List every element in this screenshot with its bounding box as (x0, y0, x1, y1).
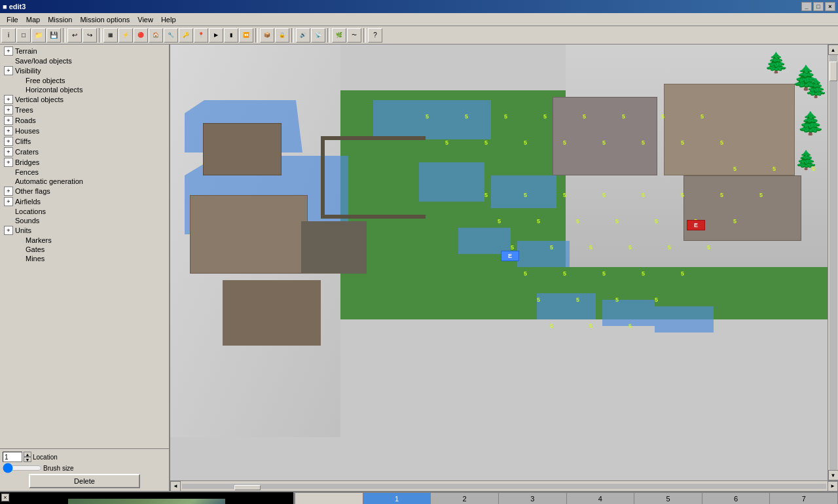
menu-file[interactable]: File (3, 14, 22, 25)
toolbar-btn10[interactable]: ⏪ (239, 28, 253, 43)
tree-expander[interactable]: + (4, 46, 13, 56)
toolbar-info[interactable]: i (1, 28, 16, 43)
toolbar-btn5[interactable]: 🔧 (164, 28, 178, 43)
delete-button[interactable]: Delete (29, 474, 140, 488)
minimap-close-button[interactable]: × (1, 494, 9, 501)
toolbar-save[interactable]: 💾 (46, 28, 61, 43)
scroll-right-button[interactable]: ► (828, 481, 838, 492)
map-num: 5 (720, 139, 723, 146)
tree-item-vertical-objects[interactable]: +Vertical objects (1, 94, 168, 105)
tree-expander[interactable]: + (4, 105, 13, 115)
maximize-button[interactable]: □ (813, 2, 824, 11)
tree-expander[interactable]: + (4, 137, 13, 146)
table-cell[interactable]: 1 (363, 493, 431, 505)
table-cell[interactable]: 2 (431, 493, 499, 505)
tree-item-terrain[interactable]: +Terrain (1, 46, 168, 56)
map-area[interactable]: 5 5 5 5 5 5 5 5 5 5 5 5 5 5 5 5 5 (170, 45, 828, 480)
tree-item-mines[interactable]: Mines (1, 254, 168, 263)
scroll-left-button[interactable]: ◄ (170, 481, 181, 492)
toolbar-undo[interactable]: ↩ (67, 28, 82, 43)
tree-item-trees[interactable]: +Trees (1, 105, 168, 115)
toolbar-btn16[interactable]: 〜 (347, 28, 361, 43)
tree-item-other-flags[interactable]: +Other flags (1, 186, 168, 196)
location-input[interactable] (3, 452, 22, 462)
table-row-label[interactable] (295, 493, 363, 505)
toolbar-btn3[interactable]: 🔴 (134, 28, 148, 43)
tree-expander[interactable]: + (4, 66, 13, 75)
tree-expander[interactable]: + (4, 158, 13, 167)
tree-panel[interactable]: +TerrainSave/load objects+VisibilityFree… (0, 45, 169, 448)
close-button[interactable]: × (825, 2, 835, 11)
tree-item-horizontal-objects[interactable]: Horizontal objects (1, 85, 168, 94)
toolbar-btn13[interactable]: 🔊 (296, 28, 310, 43)
map-scrollbar-horizontal[interactable]: ◄ ► (170, 480, 838, 491)
tree-item-visibility[interactable]: +Visibility (1, 65, 168, 76)
scroll-down-button[interactable]: ▼ (828, 470, 839, 480)
toolbar-btn1[interactable]: ▦ (103, 28, 118, 43)
map-viewport[interactable]: 5 5 5 5 5 5 5 5 5 5 5 5 5 5 5 5 5 (170, 45, 828, 480)
toolbar-redo[interactable]: ↪ (82, 28, 97, 43)
toolbar-btn7[interactable]: 📍 (194, 28, 208, 43)
toolbar-new[interactable]: □ (16, 28, 31, 43)
table-cell[interactable]: 6 (702, 493, 770, 505)
menu-view[interactable]: View (134, 14, 157, 25)
scroll-up-button[interactable]: ▲ (828, 45, 839, 55)
tree-item-auto-gen[interactable]: Automatic generation (1, 177, 168, 186)
table-cell[interactable]: 3 (498, 493, 566, 505)
tree-item-locations[interactable]: Locations (1, 207, 168, 216)
grid-panel[interactable]: 1234567891011121314151617181920212223242… (295, 492, 838, 504)
toolbar-btn12[interactable]: 🔒 (275, 28, 289, 43)
tree-item-units[interactable]: +Units (1, 225, 168, 236)
title-bar-buttons[interactable]: _ □ × (801, 2, 835, 11)
scroll-track-v[interactable] (829, 55, 837, 470)
scroll-track-h[interactable] (182, 484, 826, 489)
tree-item-bridges[interactable]: +Bridges (1, 157, 168, 168)
tree-expander[interactable]: + (4, 147, 13, 156)
toolbar-btn6[interactable]: 🔑 (179, 28, 193, 43)
tree-expander[interactable]: + (4, 116, 13, 125)
toolbar-btn14[interactable]: 📡 (311, 28, 325, 43)
tree-expander[interactable]: + (4, 187, 13, 196)
minimize-button[interactable]: _ (801, 2, 812, 11)
menu-map[interactable]: Map (22, 14, 44, 25)
toolbar-btn8[interactable]: ▶ (209, 28, 223, 43)
tree-item-cliffs[interactable]: +Cliffs (1, 136, 168, 147)
tree-item-save-load[interactable]: Save/load objects (1, 56, 168, 65)
tree-expander[interactable]: + (4, 95, 13, 104)
table-cell[interactable]: 5 (634, 493, 702, 505)
tree-expander[interactable]: + (4, 197, 13, 206)
tree-expander[interactable]: + (4, 126, 13, 135)
tree-item-roads[interactable]: +Roads (1, 115, 168, 126)
tree-item-label: Locations (15, 207, 46, 215)
toolbar-help[interactable]: ? (368, 28, 382, 43)
brush-size-slider[interactable] (3, 464, 42, 472)
tree-item-houses[interactable]: +Houses (1, 126, 168, 136)
scroll-thumb-v[interactable] (829, 62, 837, 81)
toolbar-btn11[interactable]: 📦 (260, 28, 274, 43)
tree-item-airfields[interactable]: +Airfields (1, 196, 168, 207)
location-spin-down[interactable]: ▼ (24, 457, 31, 462)
location-spin-up[interactable]: ▲ (24, 452, 31, 457)
tree-expander[interactable]: + (4, 226, 13, 235)
toolbar-btn15[interactable]: 🌿 (332, 28, 346, 43)
left-panel: +TerrainSave/load objects+VisibilityFree… (0, 45, 170, 491)
map-scrollbar-vertical[interactable]: ▲ ▼ (828, 45, 838, 480)
menu-mission[interactable]: Mission (44, 14, 76, 25)
toolbar-btn4[interactable]: 🏠 (149, 28, 163, 43)
menu-help[interactable]: Help (157, 14, 180, 25)
tree-5: 🌲 (795, 149, 818, 171)
table-cell[interactable]: 7 (770, 493, 838, 505)
tree-item-craters[interactable]: +Craters (1, 147, 168, 157)
table-cell[interactable]: 4 (566, 493, 634, 505)
scroll-thumb-h[interactable] (234, 485, 261, 490)
tree-item-free-objects[interactable]: Free objects (1, 76, 168, 85)
grid-table[interactable]: 1234567891011121314151617181920212223242… (295, 492, 838, 504)
menu-mission-options[interactable]: Mission options (76, 14, 134, 25)
toolbar-btn2[interactable]: ⚡ (118, 28, 133, 43)
tree-item-sounds[interactable]: Sounds (1, 216, 168, 225)
toolbar-open[interactable]: 📁 (31, 28, 46, 43)
toolbar-btn9[interactable]: ▮ (224, 28, 238, 43)
tree-item-fences[interactable]: Fences (1, 168, 168, 177)
tree-item-gates[interactable]: Gates (1, 245, 168, 254)
tree-item-markers[interactable]: Markers (1, 236, 168, 245)
